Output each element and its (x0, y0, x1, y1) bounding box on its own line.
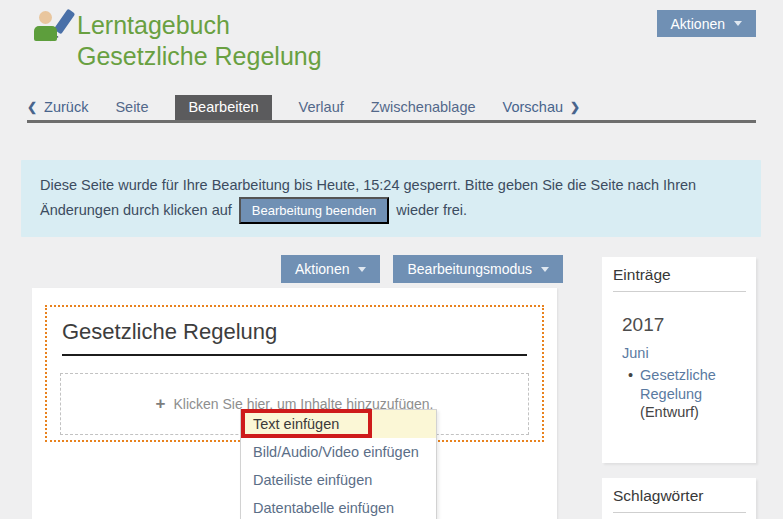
insert-content-menu: Text einfügen Bild/Audio/Video einfügen … (240, 409, 437, 519)
entries-list: • Gesetzliche Regelung (Entwurf) (628, 366, 756, 422)
keywords-panel-title: Schlagwörter (602, 478, 756, 512)
keywords-panel: Schlagwörter (602, 478, 756, 519)
list-item: • Gesetzliche Regelung (Entwurf) (628, 366, 756, 422)
lock-notice-text-after: wieder frei. (396, 202, 467, 218)
tab-zwischenablage[interactable]: Zwischenablage (371, 99, 476, 120)
editor-toolbar: Aktionen Bearbeitungsmodus (32, 255, 563, 283)
editing-mode-label: Bearbeitungsmodus (407, 261, 532, 277)
page-title: Lerntagebuch Gesetzliche Regelung (77, 10, 322, 72)
menu-item-bild-audio-video[interactable]: Bild/Audio/Video einfügen (241, 438, 436, 466)
entry-link[interactable]: Gesetzliche Regelung (640, 367, 716, 402)
menu-item-text-einfuegen[interactable]: Text einfügen (241, 410, 436, 438)
editor-actions-button[interactable]: Aktionen (281, 255, 380, 283)
end-editing-button[interactable]: Bearbeitung beenden (239, 197, 389, 224)
tab-verlauf[interactable]: Verlauf (299, 99, 344, 120)
divider (613, 291, 746, 292)
menu-item-datentabelle[interactable]: Datentabelle einfügen (241, 494, 436, 519)
learning-journal-icon (33, 11, 73, 45)
tab-forward[interactable]: Vorschau ❯ (503, 99, 581, 120)
header-actions-button[interactable]: Aktionen (657, 10, 756, 37)
entry-status: (Entwurf) (640, 404, 699, 420)
bullet: • (628, 366, 633, 422)
menu-item-label: Text einfügen (253, 416, 339, 432)
tab-bearbeiten[interactable]: Bearbeiten (175, 95, 271, 120)
editing-mode-button[interactable]: Bearbeitungsmodus (393, 255, 563, 283)
person-body-icon (34, 26, 57, 41)
divider (613, 512, 746, 513)
lock-notice: Diese Seite wurde für Ihre Bearbeitung b… (21, 160, 761, 237)
tab-forward-label: Vorschau (503, 99, 563, 115)
page-title-line1: Lerntagebuch (77, 10, 322, 41)
person-icon (39, 11, 52, 24)
caret-down-icon (541, 267, 549, 272)
tab-seite[interactable]: Seite (115, 99, 148, 120)
chevron-right-icon: ❯ (570, 100, 580, 114)
header-actions-label: Aktionen (671, 16, 725, 32)
caret-down-icon (358, 267, 366, 272)
caret-down-icon (734, 21, 742, 26)
content-heading: Gesetzliche Regelung (62, 319, 527, 356)
page-title-line2: Gesetzliche Regelung (77, 41, 322, 72)
tab-back-label: Zurück (44, 99, 88, 115)
entries-year: 2017 (622, 314, 756, 336)
chevron-left-icon: ❮ (27, 100, 37, 114)
menu-item-dateiliste[interactable]: Dateiliste einfügen (241, 466, 436, 494)
tab-back[interactable]: ❮ Zurück (27, 99, 88, 120)
entries-panel: Einträge 2017 Juni • Gesetzliche Regelun… (602, 257, 756, 463)
editor-actions-label: Aktionen (295, 261, 349, 277)
tab-bar: ❮ Zurück Seite Bearbeiten Verlauf Zwisch… (27, 97, 756, 123)
plus-icon: + (156, 394, 166, 414)
entries-month-link[interactable]: Juni (622, 345, 756, 361)
entries-panel-title: Einträge (602, 257, 756, 291)
